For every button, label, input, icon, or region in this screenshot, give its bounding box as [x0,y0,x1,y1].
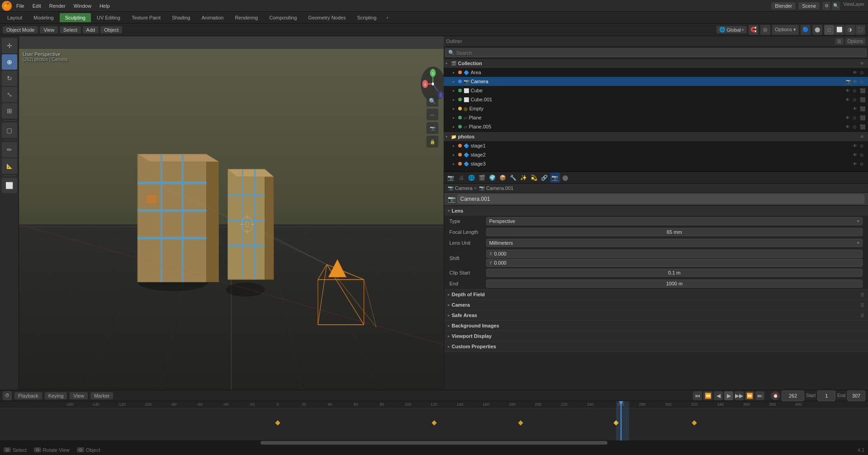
constraints-props-icon[interactable]: 🔗 [540,173,550,183]
viewport-overlay-icon[interactable]: 🔵 [801,25,811,35]
eye-icon-area[interactable]: 👁 [853,70,859,75]
current-frame-input[interactable]: 262 [782,390,804,401]
timeline-scrollbar[interactable] [0,441,868,444]
outliner-collection-header[interactable]: ▾ 🎬 Collection 👁 [444,59,868,68]
render-icon-plane005[interactable]: ⬛ [860,124,866,129]
particles-props-icon[interactable]: ✨ [519,173,529,183]
jump-to-start-button[interactable]: ⏮ [693,391,702,400]
outliner-search-input[interactable] [456,50,864,56]
shading-icon[interactable]: ⬤ [812,25,822,35]
camera-view-button[interactable]: 📷 [427,122,438,134]
object-props-icon[interactable]: 📦 [498,173,508,183]
add-object-button[interactable]: ⬜ [2,178,17,193]
modifier-props-icon[interactable]: 🔧 [508,173,518,183]
annotate-button[interactable]: ✏ [2,142,17,157]
vp-display-header[interactable]: ▸ Viewport Display [444,331,868,341]
outliner-filter-button[interactable]: ☰ [835,38,844,45]
output-props-icon[interactable]: 🖨 [456,173,466,183]
eye-icon-plane[interactable]: 👁 [845,115,852,120]
dof-section-header[interactable]: ▸ Depth of Field ☰ [444,289,868,299]
lens-section-header[interactable]: ▾ Lens [444,206,868,216]
eye-icon-stage1[interactable]: 👁 [853,143,859,148]
playback-menu[interactable]: Playback [14,392,42,399]
outliner-item-stage4[interactable]: ▸ 🔷 stage4 👁 ⊙ [444,168,868,171]
eye-icon-empty[interactable]: 👁 [853,106,859,111]
rotate-tool-button[interactable]: ↻ [2,71,17,86]
play-button[interactable]: ▶ [724,391,733,400]
zoom-in-button[interactable]: 🔍 [427,95,438,107]
select-box-button[interactable]: ▢ [2,123,17,138]
scale-tool-button[interactable]: ⤡ [2,87,17,102]
jump-to-end-button[interactable]: ⏭ [755,391,764,400]
select-menu[interactable]: Select [60,26,81,33]
object-name-input[interactable] [457,194,865,204]
safe-areas-options[interactable]: ☰ [860,313,864,318]
eye-icon-cube[interactable]: 👁 [845,88,852,93]
scene-selector[interactable]: Blender [771,2,796,9]
end-frame-input[interactable]: 307 [847,390,865,401]
hide-icon-area[interactable]: ⊙ [860,70,866,75]
material-mode[interactable]: ◑ [845,25,855,35]
options-button[interactable]: Options ▾ [772,25,799,35]
outliner-options-button[interactable]: Options [845,38,865,45]
start-frame-input[interactable]: 1 [817,390,835,401]
hide-icon-stage3[interactable]: ⊙ [860,161,866,166]
outliner-item-plane005[interactable]: ▸ ▱ Plane.005 👁 ⊙ ⬛ [444,122,868,131]
eye-icon-plane005[interactable]: 👁 [845,124,852,129]
transform-dropdown[interactable]: 🌐 Global ▾ [716,26,747,33]
eye-icon-camera[interactable]: 👁 [853,79,859,84]
menu-window[interactable]: Window [70,2,95,10]
move-tool-button[interactable]: ⊕ [2,54,17,70]
clip-end-value[interactable]: 1000 m [486,280,863,288]
timeline-panel-icon[interactable]: ⏱ [3,391,12,400]
keyframe-140[interactable] [432,420,436,425]
safe-areas-header[interactable]: ▸ Safe Areas ☰ [444,310,868,320]
menu-render[interactable]: Render [46,2,69,10]
proportional-edit-icon[interactable]: ◎ [760,25,770,35]
step-back-button[interactable]: ◀ [714,391,723,400]
eye-icon[interactable]: 👁 [860,61,866,66]
tab-animation[interactable]: Animation [196,13,229,22]
snap-icon[interactable]: 🧲 [749,25,759,35]
hide-icon-cube[interactable]: ⊙ [853,88,859,93]
tab-layout[interactable]: Layout [2,13,28,22]
dof-options-icon[interactable]: ☰ [860,292,864,297]
eye-icon-photos[interactable]: 👁 [860,134,866,139]
render-icon-cube001[interactable]: ⬛ [860,97,866,102]
eye-icon-stage2[interactable]: 👁 [853,152,859,157]
tab-modeling[interactable]: Modeling [28,13,59,22]
world-props-icon[interactable]: 🌍 [488,173,498,183]
render-icon-plane[interactable]: ⬛ [860,115,866,120]
tab-texture-paint[interactable]: Texture Paint [126,13,166,22]
tab-geometry-nodes[interactable]: Geometry Nodes [303,13,351,22]
lock-view-button[interactable]: 🔒 [427,136,438,147]
menu-help[interactable]: Help [96,2,114,10]
view-menu-timeline[interactable]: View [70,392,88,399]
outliner-item-empty[interactable]: ▸ ◎ Empty 👁 ⬛ [444,104,868,113]
outliner-item-camera[interactable]: ▸ 📷 Camera 📷 👁 ⊙ [444,77,868,86]
breadcrumb-camera001[interactable]: Camera.001 [486,185,514,191]
lens-type-dropdown[interactable]: Perspective ▾ [486,217,863,225]
zoom-out-button[interactable]: — [427,109,438,120]
tab-shading[interactable]: Shading [166,13,195,22]
camera-options-icon[interactable]: ☰ [860,303,864,308]
view-menu[interactable]: View [40,26,58,33]
hide-icon-camera[interactable]: ⊙ [860,79,866,84]
solid-mode[interactable]: ⬜ [835,25,844,35]
eye-icon-stage4[interactable]: 👁 [853,171,859,171]
step-fwd-button[interactable]: ▶▶ [735,391,744,400]
keyframe-0[interactable] [275,420,280,425]
hide-icon-stage4[interactable]: ⊙ [860,171,866,171]
view-layer-props-icon[interactable]: 🌐 [467,173,477,183]
object-mode-selector[interactable]: Object Mode [3,26,38,33]
add-menu[interactable]: Add [83,26,99,33]
eye-icon-cube001[interactable]: 👁 [845,97,852,102]
hide-icon-stage2[interactable]: ⊙ [860,152,866,157]
menu-file[interactable]: File [13,2,28,10]
outliner-item-cube001[interactable]: ▸ ⬜ Cube.001 👁 ⊙ ⬛ [444,95,868,104]
transform-tool-button[interactable]: ⊞ [2,103,17,118]
render-props-icon[interactable]: 📷 [446,173,456,183]
timeline-ruler[interactable]: -160 -140 -120 -100 -80 -60 -40 -20 0 20… [0,401,868,441]
outliner-item-photos[interactable]: ▾ 📁 photos 👁 [444,132,868,141]
eye-icon-stage3[interactable]: 👁 [853,161,859,166]
